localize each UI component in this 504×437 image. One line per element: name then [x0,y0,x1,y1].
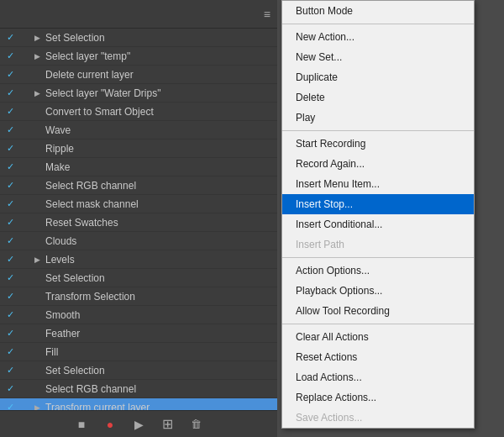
check-icon: ✓ [3,365,17,376]
check-icon: ✓ [3,309,17,320]
expand-arrow-icon: ▶ [30,255,44,264]
action-row[interactable]: ✓▶Select layer "Water Drips" [0,84,277,103]
action-label: Select RGB channel [44,383,274,395]
menu-item[interactable]: Play [282,108,474,128]
menu-item[interactable]: Reset Actions [282,347,474,367]
check-icon: ✓ [3,291,17,302]
action-label: Set Selection [44,32,274,44]
action-row[interactable]: ✓Wave [0,121,277,140]
menu-item[interactable]: Action Options... [282,261,474,281]
action-label: Select layer "Water Drips" [44,87,274,99]
check-icon: ✓ [3,217,17,228]
action-row[interactable]: ✓Reset Swatches [0,213,277,232]
delete-button[interactable]: 🗑 [187,416,204,433]
action-label: Transform Selection [44,291,274,303]
check-icon: ✓ [3,50,17,61]
menu-item[interactable]: Playback Options... [282,281,474,301]
menu-item[interactable]: Load Actions... [282,367,474,387]
menu-item[interactable]: Insert Stop... [282,194,474,214]
action-label: Wave [44,124,274,136]
menu-item[interactable]: Replace Actions... [282,387,474,408]
new-action-button[interactable]: ⊞ [159,416,176,433]
expand-arrow-icon: ▶ [30,52,44,61]
menu-separator [282,257,474,258]
action-row[interactable]: ✓▶Set Selection [0,29,277,47]
action-row[interactable]: ✓Clouds [0,232,277,250]
check-icon: ✓ [3,143,17,154]
check-icon: ✓ [3,32,17,43]
action-row[interactable]: ✓▶Select layer "temp" [0,47,277,66]
action-row[interactable]: ✓Convert to Smart Object [0,103,277,121]
check-icon: ✓ [3,87,17,98]
check-icon: ✓ [3,328,17,339]
check-icon: ✓ [3,235,17,246]
action-row[interactable]: ✓Select RGB channel [0,380,277,398]
menu-item[interactable]: Clear All Actions [282,327,474,347]
menu-item[interactable]: Button Mode [282,1,474,21]
play-button[interactable]: ▶ [130,416,147,433]
menu-separator [282,24,474,24]
action-row[interactable]: ✓▶Transform current layer [0,398,277,410]
menu-item: Save Actions... [282,408,474,428]
check-icon: ✓ [3,161,17,172]
menu-item[interactable]: New Action... [282,27,474,47]
menu-item[interactable]: Start Recording [282,134,474,154]
expand-arrow-icon: ▶ [30,89,44,97]
menu-item[interactable]: Insert Conditional... [282,214,474,234]
menu-item[interactable]: New Set... [282,47,474,67]
action-row[interactable]: ✓Set Selection [0,361,277,380]
check-icon: ✓ [3,180,17,191]
menu-item[interactable]: Insert Menu Item... [282,174,474,194]
action-row[interactable]: ✓▶Levels [0,250,277,269]
action-label: Set Selection [44,272,274,284]
menu-separator [282,130,474,131]
check-icon: ✓ [3,198,17,209]
action-label: Reset Swatches [44,217,274,229]
menu-separator [282,324,474,324]
action-row[interactable]: ✓Ripple [0,140,277,158]
action-row[interactable]: ✓Delete current layer [0,66,277,84]
panel-footer: ■ ● ▶ ⊞ 🗑 [0,410,277,437]
panel-header: ≡ [0,0,277,29]
action-row[interactable]: ✓Select mask channel [0,195,277,213]
panel-menu-icon[interactable]: ≡ [264,8,270,21]
action-row[interactable]: ✓Transform Selection [0,287,277,306]
action-label: Select layer "temp" [44,50,274,62]
action-label: Convert to Smart Object [44,106,274,118]
action-label: Ripple [44,143,274,155]
check-icon: ✓ [3,383,17,394]
action-label: Levels [44,254,274,266]
check-icon: ✓ [3,346,17,357]
stop-button[interactable]: ■ [73,416,90,433]
action-label: Make [44,161,274,173]
check-icon: ✓ [3,272,17,283]
action-label: Delete current layer [44,69,274,81]
check-icon: ✓ [3,402,17,410]
menu-item: Insert Path [282,234,474,255]
action-label: Clouds [44,235,274,247]
expand-arrow-icon: ▶ [30,34,44,42]
action-row[interactable]: ✓Select RGB channel [0,176,277,195]
check-icon: ✓ [3,254,17,265]
action-label: Fill [44,346,274,358]
action-label: Feather [44,328,274,340]
menu-item[interactable]: Delete [282,87,474,108]
action-row[interactable]: ✓Smooth [0,306,277,324]
menu-item[interactable]: Duplicate [282,67,474,87]
actions-panel: ≡ ✓▶Set Selection✓▶Select layer "temp"✓D… [0,0,277,437]
action-label: Select RGB channel [44,180,274,192]
record-button[interactable]: ● [102,416,118,433]
action-row[interactable]: ✓Feather [0,324,277,343]
action-row[interactable]: ✓Make [0,158,277,176]
menu-item[interactable]: Allow Tool Recording [282,301,474,321]
check-icon: ✓ [3,69,17,80]
check-icon: ✓ [3,106,17,117]
action-label: Select mask channel [44,198,274,210]
expand-arrow-icon: ▶ [30,403,44,411]
action-row[interactable]: ✓Fill [0,343,277,361]
action-label: Smooth [44,309,274,321]
context-menu: Button ModeNew Action...New Set...Duplic… [281,0,475,429]
action-row[interactable]: ✓Set Selection [0,269,277,287]
action-label: Transform current layer [44,402,274,411]
menu-item[interactable]: Record Again... [282,154,474,174]
